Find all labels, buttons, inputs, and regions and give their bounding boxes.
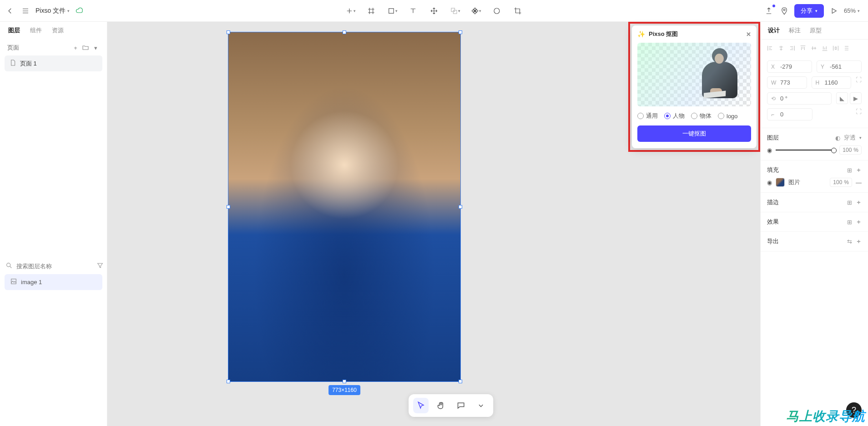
opacity-field[interactable]: 100%	[839, 145, 862, 155]
selection-size-label: 773×1160	[328, 385, 360, 395]
zoom-dropdown[interactable]: 65% ▾	[844, 7, 863, 14]
boolean-tool-icon[interactable]: ▾	[449, 5, 461, 16]
resize-handle-bl[interactable]	[227, 380, 230, 383]
share-button[interactable]: 分享 ▾	[794, 4, 824, 18]
run-cutout-button[interactable]: 一键抠图	[637, 125, 751, 142]
x-field[interactable]: X-279	[767, 60, 812, 73]
ellipse-tool-icon[interactable]	[491, 5, 503, 16]
cloud-sync-icon[interactable]	[74, 5, 85, 16]
resize-handle-br[interactable]	[459, 380, 462, 383]
layer-search-input[interactable]	[16, 263, 93, 270]
frame-tool-icon[interactable]	[365, 5, 377, 16]
effect-group: 效果 ⊞＋	[761, 212, 868, 232]
layer-title: 图层	[767, 134, 779, 142]
share-label: 分享	[801, 7, 812, 15]
resize-handle-mb[interactable]	[343, 380, 346, 383]
export-settings-icon[interactable]: ⇆	[847, 238, 852, 245]
effect-style-icon[interactable]: ⊞	[847, 219, 852, 226]
align-row	[761, 40, 868, 57]
move-tool-icon[interactable]	[428, 5, 440, 16]
tab-assets[interactable]: 资源	[52, 26, 64, 35]
export-share-icon[interactable]	[763, 5, 774, 16]
remove-fill-icon[interactable]: —	[856, 179, 862, 186]
tab-design[interactable]: 设计	[768, 26, 780, 35]
resize-handle-ml[interactable]	[227, 205, 230, 209]
dock-comment-icon[interactable]	[453, 398, 469, 413]
layer-item[interactable]: image 1	[5, 274, 102, 290]
add-page-icon[interactable]: +	[71, 44, 80, 52]
pages-folder-icon[interactable]	[81, 44, 90, 52]
left-panel: 图层 组件 资源 页面 + ▾ 页面 1 image 1	[0, 22, 107, 426]
radius-field[interactable]: ⌐0	[767, 108, 812, 120]
add-fill-icon[interactable]: ＋	[856, 166, 862, 174]
svg-point-4	[783, 9, 785, 10]
fill-opacity-field[interactable]: 100%	[830, 178, 852, 187]
stroke-title: 描边	[767, 198, 779, 206]
menu-icon[interactable]	[20, 5, 31, 16]
h-field[interactable]: H1160	[812, 76, 852, 89]
add-tool-icon[interactable]: ▾	[344, 5, 356, 16]
w-field[interactable]: W773	[767, 76, 807, 89]
selection-box[interactable]: 773×1160	[228, 32, 461, 382]
flip-v-icon[interactable]: ▶	[850, 92, 862, 104]
stroke-group: 描边 ⊞＋	[761, 193, 868, 212]
component-tool-icon[interactable]: ▾	[470, 5, 482, 16]
resize-handle-mr[interactable]	[459, 205, 462, 209]
fill-style-icon[interactable]: ⊞	[847, 167, 852, 174]
expand-radius-icon[interactable]: ⛶	[856, 108, 862, 120]
flip-h-icon[interactable]: ◣	[836, 92, 848, 104]
selected-image[interactable]	[228, 32, 460, 381]
resize-handle-tl[interactable]	[227, 30, 230, 34]
radio-general[interactable]: 通用	[637, 112, 658, 120]
distribute-h-icon[interactable]	[831, 43, 841, 53]
add-effect-icon[interactable]: ＋	[856, 218, 862, 226]
tab-layers[interactable]: 图层	[8, 26, 20, 35]
tab-annotate[interactable]: 标注	[789, 26, 801, 35]
play-preview-icon[interactable]	[828, 5, 839, 16]
lock-ratio-icon[interactable]: ⛶	[856, 76, 862, 89]
resize-handle-tr[interactable]	[459, 30, 462, 34]
location-icon[interactable]	[779, 5, 790, 16]
filter-icon[interactable]	[96, 262, 104, 271]
pages-collapse-icon[interactable]: ▾	[91, 44, 100, 52]
dock-hand-icon[interactable]	[433, 398, 449, 413]
align-left-icon[interactable]	[765, 43, 775, 53]
crop-tool-icon[interactable]	[512, 5, 524, 16]
align-bottom-icon[interactable]	[820, 43, 830, 53]
distribute-more-icon[interactable]	[842, 43, 852, 53]
rotation-field[interactable]: ⟲0 °	[767, 92, 832, 105]
effect-title: 效果	[767, 218, 779, 226]
radio-object[interactable]: 物体	[691, 112, 712, 120]
resize-handle-mt[interactable]	[343, 30, 346, 34]
fill-type: 图片	[788, 178, 800, 186]
add-export-icon[interactable]: ＋	[856, 237, 862, 246]
align-right-icon[interactable]	[787, 43, 797, 53]
text-tool-icon[interactable]	[407, 5, 419, 16]
stroke-style-icon[interactable]: ⊞	[847, 199, 852, 206]
shape-tool-icon[interactable]: ▾	[386, 5, 398, 16]
tab-components[interactable]: 组件	[30, 26, 42, 35]
blend-mode-dropdown[interactable]: ◐穿透▾	[835, 134, 862, 142]
svg-rect-0	[389, 8, 394, 13]
file-name-dropdown[interactable]: Pixso 文件 ▾	[35, 7, 70, 15]
align-hcenter-icon[interactable]	[776, 43, 786, 53]
y-field[interactable]: Y-561	[817, 60, 862, 73]
page-item[interactable]: 页面 1	[5, 55, 102, 71]
left-tabs: 图层 组件 资源	[0, 22, 107, 39]
opacity-slider[interactable]	[776, 150, 836, 150]
dock-cursor-icon[interactable]	[413, 398, 429, 413]
align-vcenter-icon[interactable]	[809, 43, 819, 53]
tab-prototype[interactable]: 原型	[810, 26, 822, 35]
svg-point-5	[7, 263, 10, 267]
close-icon[interactable]: ✕	[746, 31, 751, 38]
back-icon[interactable]	[5, 5, 15, 16]
radio-person[interactable]: 人物	[664, 112, 685, 120]
align-top-icon[interactable]	[798, 43, 808, 53]
add-stroke-icon[interactable]: ＋	[856, 198, 862, 206]
fill-swatch[interactable]	[776, 178, 785, 187]
visibility-icon[interactable]: ◉	[767, 147, 772, 154]
radio-logo[interactable]: logo	[718, 113, 738, 120]
dock-more-icon[interactable]	[473, 398, 489, 413]
fill-visibility-icon[interactable]: ◉	[767, 179, 772, 186]
svg-rect-2	[453, 10, 457, 14]
